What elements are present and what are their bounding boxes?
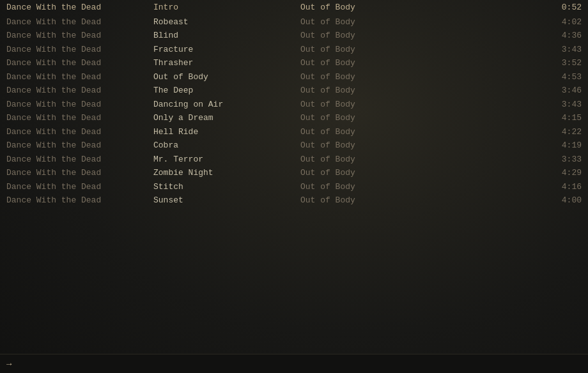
table-row[interactable]: Dance With the DeadStitchOut of Body4:16 <box>0 180 588 194</box>
track-album: Out of Body <box>300 71 447 84</box>
header-duration: 0:52 <box>447 1 582 14</box>
track-duration: 4:36 <box>447 29 582 42</box>
track-duration: 3:43 <box>447 98 582 111</box>
table-row[interactable]: Dance With the DeadThe DeepOut of Body3:… <box>0 84 588 98</box>
table-row[interactable]: Dance With the DeadFractureOut of Body3:… <box>0 43 588 57</box>
track-artist: Dance With the Dead <box>6 71 153 84</box>
table-row[interactable]: Dance With the DeadMr. TerrorOut of Body… <box>0 153 588 167</box>
track-title: Sunset <box>153 194 300 207</box>
track-title: Blind <box>153 29 300 42</box>
track-duration: 3:46 <box>447 84 582 97</box>
track-artist: Dance With the Dead <box>6 57 153 70</box>
track-title: The Deep <box>153 84 300 97</box>
track-title: Thrasher <box>153 57 300 70</box>
track-title: Robeast <box>153 16 300 29</box>
bottom-bar: → <box>0 354 588 373</box>
track-list: Dance With the Dead Intro Out of Body 0:… <box>0 0 588 208</box>
track-artist: Dance With the Dead <box>6 126 153 139</box>
track-artist: Dance With the Dead <box>6 43 153 56</box>
track-artist: Dance With the Dead <box>6 98 153 111</box>
track-duration: 4:19 <box>447 139 582 152</box>
track-album: Out of Body <box>300 139 447 152</box>
track-duration: 3:43 <box>447 43 582 56</box>
track-title: Stitch <box>153 181 300 194</box>
track-title: Dancing on Air <box>153 98 300 111</box>
track-duration: 4:00 <box>447 194 582 207</box>
table-header: Dance With the Dead Intro Out of Body 0:… <box>0 0 588 15</box>
track-album: Out of Body <box>300 57 447 70</box>
header-artist: Dance With the Dead <box>6 1 153 14</box>
track-title: Mr. Terror <box>153 153 300 166</box>
track-duration: 4:22 <box>447 126 582 139</box>
track-duration: 4:53 <box>447 71 582 84</box>
track-duration: 4:15 <box>447 112 582 125</box>
track-duration: 4:02 <box>447 16 582 29</box>
table-row[interactable]: Dance With the DeadOnly a DreamOut of Bo… <box>0 111 588 125</box>
track-album: Out of Body <box>300 126 447 139</box>
track-album: Out of Body <box>300 194 447 207</box>
track-title: Fracture <box>153 43 300 56</box>
track-album: Out of Body <box>300 112 447 125</box>
table-row[interactable]: Dance With the DeadCobraOut of Body4:19 <box>0 139 588 153</box>
track-album: Out of Body <box>300 29 447 42</box>
track-artist: Dance With the Dead <box>6 153 153 166</box>
header-title: Intro <box>153 1 300 14</box>
table-row[interactable]: Dance With the DeadZombie NightOut of Bo… <box>0 166 588 180</box>
table-row[interactable]: Dance With the DeadDancing on AirOut of … <box>0 98 588 112</box>
track-duration: 3:33 <box>447 153 582 166</box>
track-title: Zombie Night <box>153 167 300 179</box>
track-artist: Dance With the Dead <box>6 181 153 194</box>
track-title: Hell Ride <box>153 126 300 139</box>
track-album: Out of Body <box>300 84 447 97</box>
track-artist: Dance With the Dead <box>6 139 153 152</box>
track-album: Out of Body <box>300 167 447 179</box>
track-title: Cobra <box>153 139 300 152</box>
track-album: Out of Body <box>300 181 447 194</box>
track-duration: 3:52 <box>447 57 582 70</box>
track-artist: Dance With the Dead <box>6 112 153 125</box>
track-album: Out of Body <box>300 153 447 166</box>
track-duration: 4:29 <box>447 167 582 179</box>
header-album: Out of Body <box>300 1 447 14</box>
table-row[interactable]: Dance With the DeadHell RideOut of Body4… <box>0 125 588 139</box>
track-album: Out of Body <box>300 98 447 111</box>
table-row[interactable]: Dance With the DeadSunsetOut of Body4:00 <box>0 194 588 208</box>
table-row[interactable]: Dance With the DeadThrasherOut of Body3:… <box>0 56 588 70</box>
track-album: Out of Body <box>300 43 447 56</box>
track-artist: Dance With the Dead <box>6 29 153 42</box>
table-row[interactable]: Dance With the DeadBlindOut of Body4:36 <box>0 29 588 43</box>
table-row[interactable]: Dance With the DeadRobeastOut of Body4:0… <box>0 15 588 29</box>
track-artist: Dance With the Dead <box>6 167 153 179</box>
track-title: Only a Dream <box>153 112 300 125</box>
arrow-icon: → <box>6 359 12 369</box>
track-title: Out of Body <box>153 71 300 84</box>
track-duration: 4:16 <box>447 181 582 194</box>
track-artist: Dance With the Dead <box>6 194 153 207</box>
track-artist: Dance With the Dead <box>6 84 153 97</box>
track-album: Out of Body <box>300 16 447 29</box>
table-row[interactable]: Dance With the DeadOut of BodyOut of Bod… <box>0 70 588 84</box>
track-artist: Dance With the Dead <box>6 16 153 29</box>
